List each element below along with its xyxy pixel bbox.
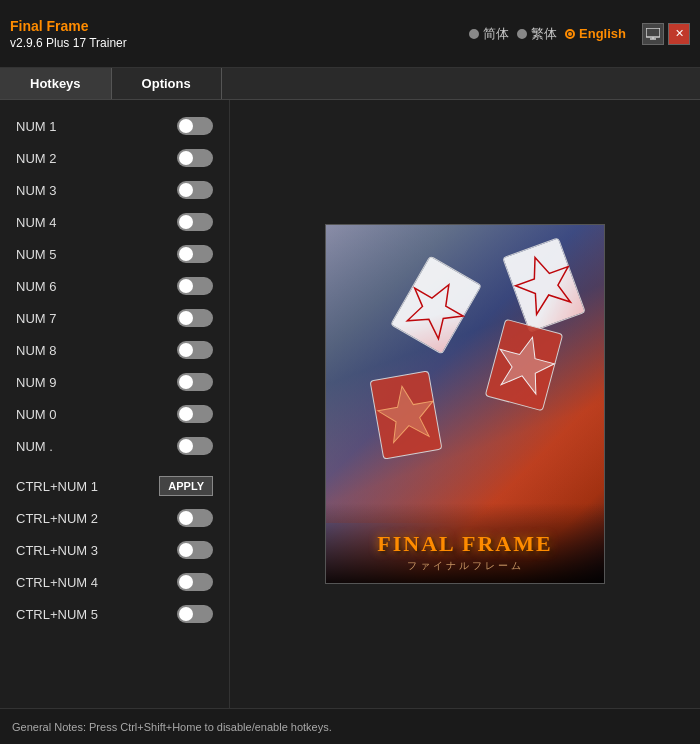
hotkey-num0-toggle[interactable] [177,405,213,423]
hotkey-ctrl-num5-label: CTRL+NUM 5 [16,607,116,622]
hotkey-num2: NUM 2 [0,142,229,174]
hotkey-ctrl-num4: CTRL+NUM 4 [0,566,229,598]
hotkey-num2-toggle[interactable] [177,149,213,167]
hotkey-num9: NUM 9 [0,366,229,398]
hotkey-num2-label: NUM 2 [16,151,116,166]
hotkey-ctrl-num3-label: CTRL+NUM 3 [16,543,116,558]
hotkey-ctrl-num1-label: CTRL+NUM 1 [16,479,116,494]
lang-simplified-label: 简体 [483,25,509,43]
app-version: v2.9.6 Plus 17 Trainer [10,36,127,50]
hotkey-num4-toggle[interactable] [177,213,213,231]
hotkey-num1-toggle[interactable] [177,117,213,135]
main-content: NUM 1 NUM 2 NUM 3 NUM 4 NUM 5 NUM 6 NUM … [0,100,700,708]
hotkey-num4-label: NUM 4 [16,215,116,230]
hotkey-numdot: NUM . [0,430,229,462]
game-logo-text: FINAL FRAME [377,531,552,557]
hotkeys-panel: NUM 1 NUM 2 NUM 3 NUM 4 NUM 5 NUM 6 NUM … [0,100,230,708]
apply-button[interactable]: APPLY [159,476,213,496]
hotkey-num9-toggle[interactable] [177,373,213,391]
hotkey-ctrl-num1: CTRL+NUM 1 APPLY [0,470,229,502]
hotkey-ctrl-num4-label: CTRL+NUM 4 [16,575,116,590]
hotkey-num0: NUM 0 [0,398,229,430]
game-cover-image: FINAL FRAME ファイナルフレーム [325,224,605,584]
hotkey-num5: NUM 5 [0,238,229,270]
hotkey-num1: NUM 1 [0,110,229,142]
card-decoration-4 [370,370,443,459]
hotkey-num1-label: NUM 1 [16,119,116,134]
title-info: Final Frame v2.9.6 Plus 17 Trainer [10,18,127,50]
hotkey-num7-toggle[interactable] [177,309,213,327]
hotkey-num8: NUM 8 [0,334,229,366]
svg-marker-6 [374,381,439,444]
hotkey-num5-toggle[interactable] [177,245,213,263]
close-button[interactable]: ✕ [668,23,690,45]
hotkey-ctrl-num2-label: CTRL+NUM 2 [16,511,116,526]
lang-traditional[interactable]: 繁体 [517,25,557,43]
footer-note: General Notes: Press Ctrl+Shift+Home to … [12,721,332,733]
hotkey-numdot-toggle[interactable] [177,437,213,455]
lang-english[interactable]: English [565,26,626,41]
tab-options[interactable]: Options [112,68,222,99]
hotkey-num6: NUM 6 [0,270,229,302]
hotkey-num3: NUM 3 [0,174,229,206]
hotkey-num4: NUM 4 [0,206,229,238]
hotkey-ctrl-num3: CTRL+NUM 3 [0,534,229,566]
lang-traditional-radio[interactable] [517,29,527,39]
hotkey-ctrl-num2: CTRL+NUM 2 [0,502,229,534]
hotkey-ctrl-num5-toggle[interactable] [177,605,213,623]
window-controls: ✕ [642,23,690,45]
separator [0,462,229,470]
app-title: Final Frame [10,18,127,34]
game-image-panel: FINAL FRAME ファイナルフレーム [230,100,700,708]
svg-marker-5 [491,330,559,397]
hotkey-num3-toggle[interactable] [177,181,213,199]
hotkey-ctrl-num2-toggle[interactable] [177,509,213,527]
lang-english-radio[interactable] [565,29,575,39]
tab-hotkeys[interactable]: Hotkeys [0,68,112,99]
monitor-button[interactable] [642,23,664,45]
hotkey-num6-label: NUM 6 [16,279,116,294]
hotkey-num5-label: NUM 5 [16,247,116,262]
lang-english-label: English [579,26,626,41]
lang-simplified-radio[interactable] [469,29,479,39]
lang-simplified[interactable]: 简体 [469,25,509,43]
hotkey-ctrl-num5: CTRL+NUM 5 [0,598,229,630]
hotkey-num7: NUM 7 [0,302,229,334]
lang-traditional-label: 繁体 [531,25,557,43]
game-logo-overlay: FINAL FRAME ファイナルフレーム [326,503,604,583]
hotkey-num3-label: NUM 3 [16,183,116,198]
hotkey-num8-toggle[interactable] [177,341,213,359]
hotkey-num8-label: NUM 8 [16,343,116,358]
title-bar: Final Frame v2.9.6 Plus 17 Trainer 简体 繁体… [0,0,700,68]
hotkey-num9-label: NUM 9 [16,375,116,390]
hotkey-num6-toggle[interactable] [177,277,213,295]
svg-rect-0 [646,28,660,37]
hotkey-ctrl-num3-toggle[interactable] [177,541,213,559]
tab-bar: Hotkeys Options [0,68,700,100]
game-sub-text: ファイナルフレーム [407,559,524,573]
hotkey-num0-label: NUM 0 [16,407,116,422]
hotkey-numdot-label: NUM . [16,439,116,454]
hotkey-ctrl-num4-toggle[interactable] [177,573,213,591]
footer: General Notes: Press Ctrl+Shift+Home to … [0,708,700,744]
hotkey-num7-label: NUM 7 [16,311,116,326]
language-controls: 简体 繁体 English ✕ [469,23,690,45]
